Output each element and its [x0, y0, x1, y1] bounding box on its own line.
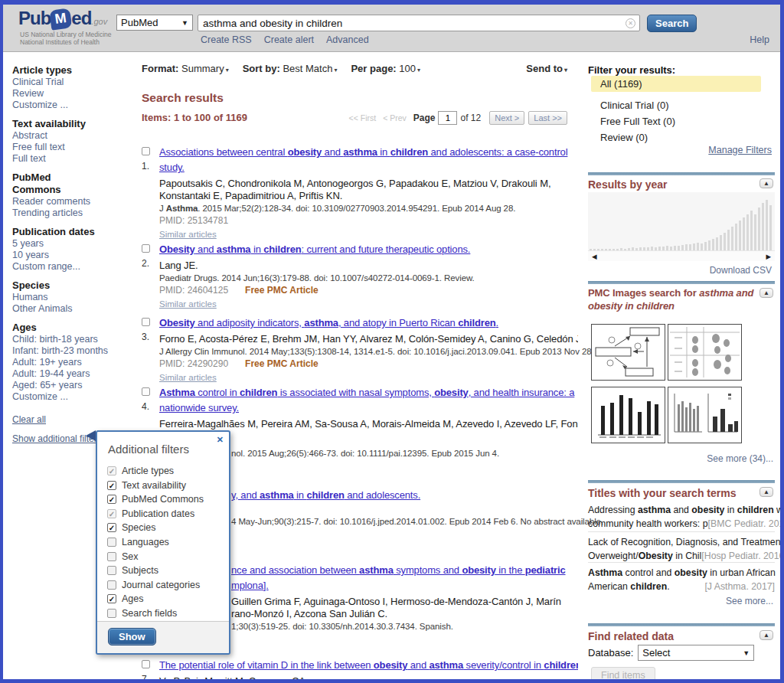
close-icon[interactable]: ✕: [217, 435, 224, 445]
logo-pub-text: Pub: [18, 8, 51, 28]
filter-link[interactable]: Abstract: [12, 130, 139, 142]
flow-diagram-figure[interactable]: [591, 324, 665, 381]
page-number-input[interactable]: [438, 111, 457, 125]
chart-scroll-left-icon[interactable]: ◀: [592, 253, 597, 260]
collapse-pmc-button[interactable]: ▲: [760, 288, 773, 298]
format-menu[interactable]: Format: Summary▾: [142, 63, 229, 74]
chart-scrollbar[interactable]: ◀ ▶: [588, 250, 775, 261]
download-csv-link[interactable]: Download CSV: [710, 265, 772, 276]
checkbox-unchecked[interactable]: [107, 609, 116, 618]
table-figure[interactable]: [668, 324, 742, 381]
result-pmid: PMID: 25134781: [159, 215, 228, 226]
popup-option-languages: Languages: [107, 537, 169, 547]
filter-link[interactable]: Free full text: [12, 142, 139, 153]
result-filter-all[interactable]: All (1169): [591, 76, 761, 92]
result-filter-item[interactable]: Free Full Text (0): [591, 113, 761, 129]
filter-link[interactable]: Customize ...: [12, 391, 139, 403]
result-checkbox[interactable]: [142, 318, 150, 326]
similar-articles-link[interactable]: Similar articles: [159, 372, 217, 384]
popup-option-subjects: Subjects: [107, 565, 158, 576]
checkbox-checked[interactable]: ✓: [107, 523, 116, 532]
clear-all-link[interactable]: Clear all: [12, 414, 139, 425]
manage-filters-link[interactable]: Manage Filters: [708, 145, 772, 155]
checkbox-checked[interactable]: ✓: [107, 495, 116, 504]
results-by-year-chart[interactable]: [588, 192, 775, 250]
year-bar: [708, 240, 710, 250]
result-title-link[interactable]: Obesity and asthma in children: current …: [159, 242, 578, 257]
filter-link[interactable]: Reader comments: [12, 196, 139, 208]
right-sidebar: Filter your results: All (1169)Clinical …: [588, 0, 775, 683]
perpage-arrow-icon: ▾: [417, 67, 420, 74]
grouped-bar-chart-figure[interactable]: [668, 387, 742, 443]
next-page-button[interactable]: Next >: [489, 111, 524, 125]
checkbox-checked-disabled[interactable]: ✓: [107, 509, 116, 518]
result-checkbox[interactable]: [142, 147, 150, 155]
checkbox-unchecked[interactable]: [107, 580, 116, 590]
entry-separator: [588, 531, 775, 532]
year-bar: [712, 239, 714, 250]
chart-scroll-right-icon[interactable]: ▶: [766, 253, 771, 260]
pmc-see-more-link[interactable]: See more (34)...: [707, 453, 773, 464]
send-to-menu[interactable]: Send to▾: [526, 63, 567, 74]
filter-link[interactable]: Clinical Trial: [12, 77, 139, 88]
filter-link[interactable]: Adult: 19+ years: [12, 357, 139, 368]
perpage-menu[interactable]: Per page: 100▾: [351, 63, 420, 74]
items-count: Items: 1 to 100 of 1169: [142, 112, 247, 123]
popup-option-pubmed-commons: ✓PubMed Commons: [107, 494, 204, 505]
result-checkbox[interactable]: [142, 387, 150, 396]
titles-see-more-link[interactable]: See more...: [726, 596, 773, 606]
filter-link[interactable]: Customize ...: [12, 100, 139, 111]
year-bar: [716, 237, 718, 250]
filter-link[interactable]: Adult: 19-44 years: [12, 368, 139, 380]
result-checkbox[interactable]: [142, 244, 150, 253]
result-title-link[interactable]: nce and association between asthma sympt…: [231, 563, 578, 578]
checkbox-checked-disabled[interactable]: ✓: [107, 466, 116, 475]
filter-link[interactable]: Full text: [12, 153, 139, 165]
checkbox-checked[interactable]: ✓: [107, 481, 116, 490]
result-title-link[interactable]: Obesity and adiposity indicators, asthma…: [159, 315, 578, 331]
result-filter-item[interactable]: Review (0): [591, 129, 761, 145]
filter-link[interactable]: Custom range...: [12, 261, 139, 273]
bar-chart-figure[interactable]: [591, 387, 665, 443]
free-article-label[interactable]: Free PMC Article: [245, 358, 318, 370]
collapse-find-related-button[interactable]: ▲: [760, 630, 773, 640]
checkbox-checked[interactable]: ✓: [107, 594, 116, 603]
prev-page-button: < Prev: [383, 113, 407, 123]
checkbox-unchecked[interactable]: [107, 552, 116, 561]
result-filter-item[interactable]: Clinical Trial (0): [591, 97, 761, 113]
similar-articles-link[interactable]: Similar articles: [159, 229, 217, 240]
filter-link[interactable]: Review: [12, 88, 139, 100]
filter-link[interactable]: 5 years: [12, 238, 139, 250]
result-title-link[interactable]: Asthma control in children is associated…: [159, 385, 578, 416]
related-database-select[interactable]: Select ▼: [638, 645, 754, 661]
filter-link[interactable]: Infant: birth-23 months: [12, 345, 139, 357]
checkbox-unchecked[interactable]: [107, 538, 116, 547]
filter-link[interactable]: Aged: 65+ years: [12, 380, 139, 391]
filter-link[interactable]: Child: birth-18 years: [12, 334, 139, 345]
collapse-titles-button[interactable]: ▲: [760, 487, 773, 497]
sort-menu[interactable]: Sort by: Best Match▾: [243, 63, 338, 74]
checkbox-unchecked[interactable]: [107, 566, 116, 575]
result-title-link[interactable]: The potential role of vitamin D in the l…: [159, 658, 578, 673]
filter-link[interactable]: 10 years: [12, 250, 139, 261]
search-term-title[interactable]: Lack of Recognition, Diagnosis, and Trea…: [588, 536, 775, 563]
filter-section-title: Publication dates: [12, 226, 139, 238]
free-article-label[interactable]: Free PMC Article: [245, 284, 318, 296]
result-title-link[interactable]: y, and asthma in children and adolescent…: [231, 488, 578, 503]
result-title-link[interactable]: Associations between central obesity and…: [159, 145, 578, 175]
last-page-button[interactable]: Last >>: [528, 111, 567, 125]
result-checkbox[interactable]: [142, 660, 150, 668]
pubmed-logo[interactable]: PubMed.gov US National Library of Medici…: [18, 8, 112, 46]
search-term-title[interactable]: Addressing asthma and obesity in childre…: [588, 504, 775, 531]
filter-link[interactable]: Humans: [12, 292, 139, 303]
filter-link[interactable]: Other Animals: [12, 303, 139, 315]
search-term-title[interactable]: Asthma control and obesity in urban Afri…: [588, 567, 775, 593]
result-authors: Forno E, Acosta-Pérez E, Brehm JM, Han Y…: [159, 333, 578, 345]
result-title-link[interactable]: mplona].: [231, 578, 578, 593]
filter-link[interactable]: Trending articles: [12, 208, 139, 219]
collapse-arrow-icon: ▲: [760, 179, 773, 188]
popup-title: Additional filters: [108, 443, 189, 456]
similar-articles-link[interactable]: Similar articles: [159, 299, 217, 310]
collapse-results-by-year-button[interactable]: ▲: [760, 178, 773, 188]
show-button[interactable]: Show: [108, 628, 156, 645]
